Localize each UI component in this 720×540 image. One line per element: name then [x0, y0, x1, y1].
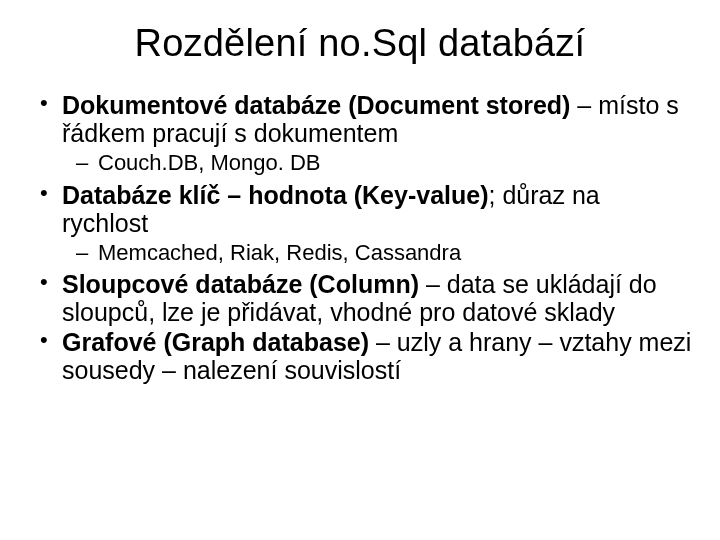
- sub-list: Memcached, Riak, Redis, Cassandra: [62, 239, 692, 267]
- list-item: Grafové (Graph database) – uzly a hrany …: [62, 328, 692, 384]
- item-heading: Sloupcové databáze (Column): [62, 270, 419, 298]
- sub-item: Couch.DB, Mongo. DB: [98, 149, 692, 177]
- bullet-list: Dokumentové databáze (Document stored) –…: [28, 91, 692, 384]
- sub-item: Memcached, Riak, Redis, Cassandra: [98, 239, 692, 267]
- item-heading: Databáze klíč – hodnota (Key-value): [62, 181, 489, 209]
- list-item: Sloupcové databáze (Column) – data se uk…: [62, 270, 692, 326]
- slide-title: Rozdělení no.Sql databází: [28, 22, 692, 65]
- list-item: Databáze klíč – hodnota (Key-value); důr…: [62, 181, 692, 267]
- sub-list: Couch.DB, Mongo. DB: [62, 149, 692, 177]
- list-item: Dokumentové databáze (Document stored) –…: [62, 91, 692, 177]
- item-heading: Grafové (Graph database): [62, 328, 369, 356]
- item-heading: Dokumentové databáze (Document stored): [62, 91, 570, 119]
